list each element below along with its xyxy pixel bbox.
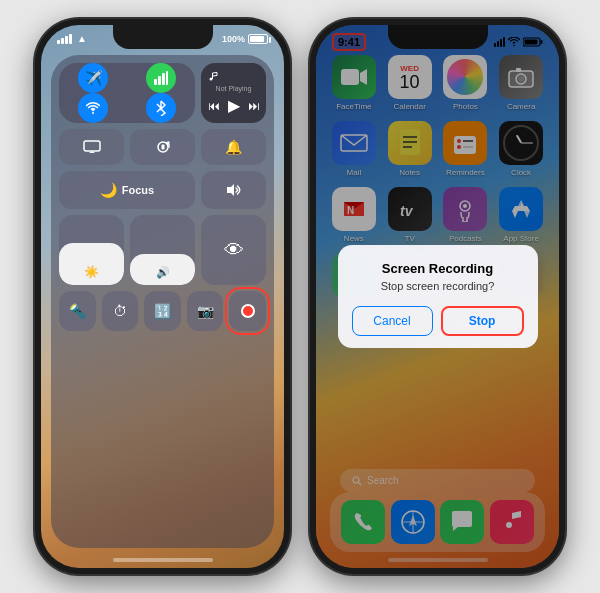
volume-slider[interactable]: 🔊 — [130, 215, 195, 285]
bottom-controls-row: 🔦 ⏱ 🔢 📷 — [59, 291, 266, 331]
rewind-icon[interactable]: ⏮ — [208, 99, 220, 113]
focus-label: Focus — [122, 184, 154, 196]
screen-recording-dialog-overlay: Screen Recording Stop screen recording? … — [316, 25, 559, 568]
volume-icon — [226, 183, 242, 197]
svg-rect-3 — [166, 71, 168, 85]
right-screen: 9:41 — [316, 25, 559, 568]
svg-point-4 — [92, 112, 94, 114]
airplane-icon-circle: ✈️ — [78, 63, 108, 93]
camera-shortcut-tile[interactable]: 📷 — [187, 291, 224, 331]
battery-icon — [248, 34, 268, 44]
brightness-slider[interactable]: ☀️ — [59, 215, 124, 285]
mute-tile[interactable]: 🔔 — [201, 129, 266, 165]
screen-mirror-icon — [83, 140, 101, 154]
cancel-button[interactable]: Cancel — [352, 306, 433, 336]
now-playing-text: Not Playing — [216, 85, 252, 94]
wifi-icon — [86, 101, 100, 115]
left-status-icons: ▲ — [57, 33, 87, 44]
accessibility-icon: 👁 — [224, 239, 244, 262]
left-screen: ▲ 100% ✈️ — [41, 25, 284, 568]
cellular-signal-icon — [154, 71, 168, 85]
calculator-tile[interactable]: 🔢 — [144, 291, 181, 331]
record-dot — [241, 304, 255, 318]
battery-percentage: 100% — [222, 34, 245, 44]
screen-mirror-tile[interactable] — [59, 129, 124, 165]
svg-rect-1 — [158, 76, 161, 85]
music-note-icon — [207, 71, 219, 83]
right-iphone: 9:41 — [310, 19, 565, 574]
now-playing-header — [207, 71, 219, 83]
wifi-status-icon: ▲ — [77, 33, 87, 44]
moon-icon: 🌙 — [100, 182, 117, 198]
signal-bars — [57, 34, 72, 44]
home-screen-bg: 9:41 — [316, 25, 559, 568]
brightness-icon: ☀️ — [84, 265, 99, 279]
bluetooth-icon — [156, 100, 166, 116]
wifi-icon-circle — [78, 93, 108, 123]
playback-controls[interactable]: ⏮ ▶ ⏭ — [208, 96, 260, 115]
svg-rect-2 — [162, 73, 165, 85]
svg-marker-8 — [227, 184, 234, 196]
control-center: ✈️ — [51, 55, 274, 548]
play-pause-icon[interactable]: ▶ — [228, 96, 240, 115]
control-center-bg: ▲ 100% ✈️ — [41, 25, 284, 568]
home-indicator-left — [113, 558, 213, 562]
bluetooth-icon-circle — [146, 93, 176, 123]
screen-record-tile[interactable] — [229, 291, 266, 331]
dialog-title: Screen Recording — [352, 261, 524, 276]
focus-tile[interactable]: 🌙 Focus — [59, 171, 195, 209]
screen-recording-dialog: Screen Recording Stop screen recording? … — [338, 245, 538, 348]
dialog-message: Stop screen recording? — [352, 280, 524, 292]
extra-tile[interactable]: 👁 — [201, 215, 266, 285]
left-iphone: ▲ 100% ✈️ — [35, 19, 290, 574]
rotation-lock-icon — [155, 139, 171, 155]
bluetooth-toggle[interactable] — [127, 93, 195, 123]
right-status-group: 100% — [222, 34, 268, 44]
fast-forward-icon[interactable]: ⏭ — [248, 99, 260, 113]
signal-bar-2 — [61, 38, 64, 44]
dialog-buttons: Cancel Stop — [352, 306, 524, 336]
cellular-toggle[interactable] — [127, 63, 195, 93]
stop-button[interactable]: Stop — [441, 306, 524, 336]
airplane-mode-toggle[interactable]: ✈️ — [59, 63, 127, 93]
svg-rect-7 — [161, 145, 164, 150]
connectivity-block[interactable]: ✈️ — [59, 63, 195, 123]
rotation-lock-tile[interactable] — [130, 129, 195, 165]
volume-tile[interactable] — [201, 171, 266, 209]
volume-slider-icon: 🔊 — [156, 266, 170, 279]
signal-bar-4 — [69, 34, 72, 44]
signal-bar-1 — [57, 40, 60, 44]
flashlight-tile[interactable]: 🔦 — [59, 291, 96, 331]
notch — [113, 25, 213, 49]
battery-fill — [250, 36, 264, 42]
timer-tile[interactable]: ⏱ — [102, 291, 139, 331]
signal-bar-3 — [65, 36, 68, 44]
cellular-icon-circle — [146, 63, 176, 93]
wifi-toggle[interactable] — [59, 93, 127, 123]
svg-rect-0 — [154, 79, 157, 85]
not-playing-label: Not Playing — [216, 85, 252, 92]
svg-rect-5 — [84, 141, 100, 151]
now-playing-tile[interactable]: Not Playing ⏮ ▶ ⏭ — [201, 63, 266, 123]
